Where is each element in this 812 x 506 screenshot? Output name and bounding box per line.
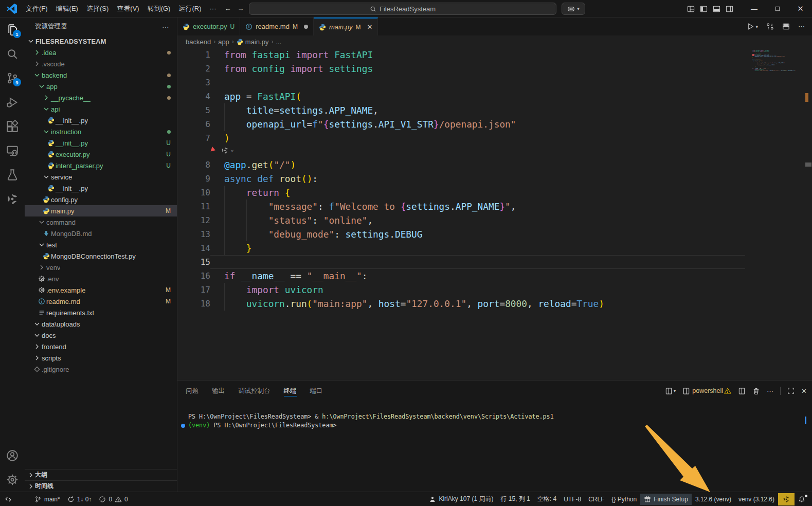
close-tab-icon[interactable]: ✕ xyxy=(367,23,372,31)
tree-item-service[interactable]: service xyxy=(25,171,177,183)
tree-item-__pycache__[interactable]: __pycache__ xyxy=(25,92,177,103)
new-terminal-button[interactable]: ▾ xyxy=(665,387,676,395)
tree-item-MongoDB.md[interactable]: MongoDB.md xyxy=(25,228,177,239)
activity-remote-explorer[interactable] xyxy=(0,138,25,162)
panel-tab-问题[interactable]: 问题 xyxy=(186,381,199,401)
breadcrumb[interactable]: backend›app›main.py›... xyxy=(177,35,812,48)
status-venv-version[interactable]: venv (3.12.6) xyxy=(735,494,778,505)
tree-item-FILESREADSYSTEAM[interactable]: FILESREADSYSTEAM xyxy=(25,35,177,47)
tree-item-main.py[interactable]: main.pyM xyxy=(25,205,177,216)
status-indentation[interactable]: 空格: 4 xyxy=(534,494,560,505)
menu-转到(G)[interactable]: 转到(G) xyxy=(143,2,175,15)
close-button[interactable]: ✕ xyxy=(789,0,812,17)
breadcrumb-item[interactable]: main.py xyxy=(237,38,269,46)
activity-explorer[interactable]: 1 xyxy=(0,17,25,42)
tree-item-config.py[interactable]: config.py xyxy=(25,194,177,205)
tree-item-requirements.txt[interactable]: requirements.txt xyxy=(25,307,177,318)
tree-item-.env[interactable]: .env xyxy=(25,273,177,284)
toggle-sidebar-icon[interactable] xyxy=(700,5,708,13)
activity-settings[interactable] xyxy=(0,467,25,492)
tree-item-venv[interactable]: venv xyxy=(25,262,177,273)
panel-more-icon[interactable]: ⋯ xyxy=(767,387,773,395)
menu-运行(R)[interactable]: 运行(R) xyxy=(174,2,205,15)
tree-item-.vscode[interactable]: .vscode xyxy=(25,58,177,69)
activity-run-debug[interactable] xyxy=(0,90,25,114)
open-changes-icon[interactable] xyxy=(766,23,774,30)
copilot-button[interactable]: ▾ xyxy=(562,3,585,15)
breadcrumb-item[interactable]: ... xyxy=(276,38,281,46)
breadcrumb-item[interactable]: backend xyxy=(186,38,211,46)
activity-search[interactable] xyxy=(0,42,25,66)
tree-item-test[interactable]: test xyxy=(25,239,177,250)
tree-item-command[interactable]: command xyxy=(25,216,177,228)
breadcrumb-item[interactable]: app xyxy=(218,38,229,46)
status-language[interactable]: {} Python xyxy=(608,494,640,505)
tab-readme.md[interactable]: readme.mdM xyxy=(240,17,314,35)
tree-item-intent_parser.py[interactable]: intent_parser.pyU xyxy=(25,160,177,171)
tree-item-instruction[interactable]: instruction xyxy=(25,126,177,137)
status-cursor-position[interactable]: 行 15, 列 1 xyxy=(497,494,533,505)
panel-tab-终端[interactable]: 终端 xyxy=(284,381,297,401)
tree-item-.gitignore[interactable]: .gitignore xyxy=(25,364,177,375)
sidebar-more-icon[interactable]: ⋯ xyxy=(162,23,170,31)
panel-tab-输出[interactable]: 输出 xyxy=(212,381,225,401)
panel-tab-端口[interactable]: 端口 xyxy=(310,381,323,401)
tree-item-.idea[interactable]: .idea xyxy=(25,47,177,58)
tree-item-app[interactable]: app xyxy=(25,81,177,92)
activity-account[interactable] xyxy=(0,443,25,467)
dirty-dot-icon[interactable] xyxy=(304,25,308,29)
tree-item-__init__.py[interactable]: __init__.py xyxy=(25,183,177,194)
menu-文件(F)[interactable]: 文件(F) xyxy=(22,2,52,15)
status-ai-extension[interactable] xyxy=(778,493,795,505)
close-panel-icon[interactable]: ✕ xyxy=(801,387,807,395)
status-eol[interactable]: CRLF xyxy=(585,494,608,505)
tree-item-MongoDBConnectionTest.py[interactable]: MongoDBConnectionTest.py xyxy=(25,250,177,262)
menu-编辑(E)[interactable]: 编辑(E) xyxy=(52,2,82,15)
terminal[interactable]: PS H:\OwnProject\FilesReadSysteam> & h:\… xyxy=(177,401,812,492)
sidebar-section-大纲[interactable]: 大纲 xyxy=(25,469,177,480)
code-editor[interactable]: 1from fastapi import FastAPI2from config… xyxy=(177,48,812,380)
tab-main.py[interactable]: main.pyM✕ xyxy=(314,17,378,35)
maximize-button[interactable] xyxy=(766,0,789,17)
inline-ai-widget[interactable]: ⌄ xyxy=(177,145,745,158)
panel-tab-调试控制台[interactable]: 调试控制台 xyxy=(238,381,270,401)
toggle-secondary-sidebar-icon[interactable] xyxy=(726,5,733,13)
tree-item-api[interactable]: api xyxy=(25,103,177,115)
back-arrow-icon[interactable]: ← xyxy=(224,5,231,12)
split-terminal-icon[interactable] xyxy=(738,387,746,395)
tree-item-.env.example[interactable]: .env.exampleM xyxy=(25,284,177,296)
menu-···[interactable]: ··· xyxy=(205,2,220,15)
terminal-instance-powershell[interactable]: powershell xyxy=(682,387,731,395)
tree-item-__init__.py[interactable]: __init__.pyU xyxy=(25,137,177,149)
menu-选择(S)[interactable]: 选择(S) xyxy=(82,2,113,15)
tree-item-__init__.py[interactable]: __init__.py xyxy=(25,115,177,126)
status-problems[interactable]: 00 xyxy=(95,494,131,505)
tree-item-frontend[interactable]: frontend xyxy=(25,341,177,352)
kill-terminal-icon[interactable] xyxy=(752,387,760,395)
status-branch[interactable]: main* xyxy=(31,494,64,505)
status-finish-setup[interactable]: Finish Setup xyxy=(640,494,692,505)
status-sync[interactable]: 1↓ 0↑ xyxy=(64,494,96,505)
tree-item-backend[interactable]: backend xyxy=(25,69,177,81)
customize-layout-icon[interactable] xyxy=(687,5,695,13)
overview-ruler[interactable] xyxy=(805,48,812,380)
maximize-panel-icon[interactable] xyxy=(787,387,795,394)
minimize-button[interactable]: — xyxy=(743,0,766,17)
split-editor-icon[interactable] xyxy=(782,23,790,30)
forward-arrow-icon[interactable]: → xyxy=(237,5,244,12)
command-center-search[interactable]: FilesReadSysteam xyxy=(249,3,556,15)
activity-source-control[interactable]: 9 xyxy=(0,66,25,90)
activity-testing[interactable] xyxy=(0,162,25,187)
command-decoration-dot[interactable] xyxy=(181,424,185,428)
run-python-button[interactable]: ▾ xyxy=(747,23,758,30)
tree-item-docs[interactable]: docs xyxy=(25,330,177,341)
tree-item-readme.md[interactable]: readme.mdM xyxy=(25,296,177,307)
status-python-version[interactable]: 3.12.6 (venv) xyxy=(692,494,735,505)
status-blame[interactable]: KiriAky 107 (1 周前) xyxy=(425,494,497,505)
menu-查看(V)[interactable]: 查看(V) xyxy=(113,2,143,15)
minimap[interactable]: from fastapi import FastAPIfrom config i… xyxy=(749,48,797,71)
status-remote[interactable] xyxy=(1,494,15,505)
status-encoding[interactable]: UTF-8 xyxy=(560,494,585,505)
tree-item-scripts[interactable]: scripts xyxy=(25,352,177,364)
tree-item-executor.py[interactable]: executor.pyU xyxy=(25,149,177,160)
